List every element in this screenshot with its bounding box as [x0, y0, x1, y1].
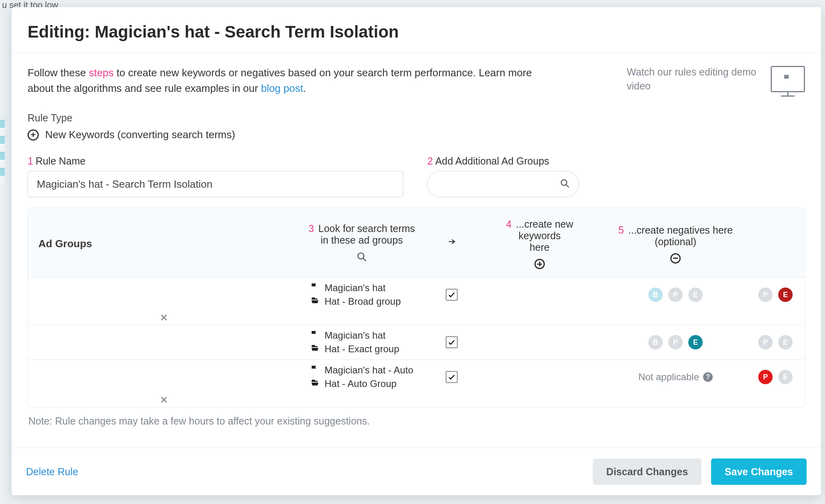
match-type-broad-badge[interactable]: B	[648, 335, 663, 349]
steps-link[interactable]: steps	[89, 67, 114, 79]
table-row: Magician's hatHat - Broad groupBPEPE	[28, 278, 805, 325]
svg-line-1	[566, 185, 569, 187]
search-terms-checkbox-cell	[424, 336, 480, 348]
not-applicable-label: Not applicable ?	[638, 371, 713, 383]
step-number-2: 2	[427, 155, 433, 167]
footer-buttons: Discard Changes Save Changes	[593, 458, 807, 485]
arrow-right-icon	[447, 237, 456, 248]
rule-type-value: New Keywords (converting search terms)	[45, 129, 235, 141]
search-terms-checkbox[interactable]	[446, 371, 458, 383]
match-type-exact-badge[interactable]: E	[688, 288, 703, 302]
blog-post-link[interactable]: blog post	[261, 82, 303, 94]
demo-video-link[interactable]: Watch our rules editing demo video	[627, 65, 805, 93]
adgroup-cell: Magician's hat - AutoHat - Auto Group	[300, 360, 424, 394]
rule-editor-modal: Editing: Magician's hat - Search Term Is…	[12, 7, 821, 495]
negative-phrase-badge[interactable]: P	[758, 288, 773, 302]
rule-name-block: 1Rule Name	[28, 155, 403, 197]
adgroup-icon	[310, 296, 319, 307]
step-number-3: 3	[309, 223, 314, 234]
match-type-phrase-badge[interactable]: P	[668, 288, 683, 302]
adgroup-line: Hat - Auto Group	[310, 378, 424, 389]
adgroup-search-wrap	[427, 171, 579, 197]
rule-type-value-row: + New Keywords (converting search terms)	[28, 129, 805, 141]
adgroup-icon	[310, 378, 319, 389]
search-icon	[560, 179, 570, 190]
remove-row-button[interactable]	[159, 312, 168, 325]
negative-exact-badge[interactable]: E	[778, 335, 793, 349]
intro-row: Follow these steps to create new keyword…	[28, 65, 805, 96]
search-terms-checkbox[interactable]	[446, 336, 458, 348]
add-adgroups-block: 2Add Additional Ad Groups	[427, 155, 579, 197]
search-terms-checkbox-cell	[424, 289, 480, 301]
discard-changes-button[interactable]: Discard Changes	[593, 458, 701, 485]
add-adgroups-label: 2Add Additional Ad Groups	[427, 155, 579, 167]
create-negatives-cell: PE	[751, 288, 799, 302]
create-keywords-cell: Not applicable ?	[600, 371, 751, 383]
rule-type-section: Rule Type + New Keywords (converting sea…	[28, 112, 805, 141]
step-number-5: 5	[618, 224, 624, 236]
svg-point-0	[561, 180, 567, 185]
grid-header: Ad Groups 3 Look for search termsin thes…	[28, 208, 805, 278]
adgroup-cell: Magician's hatHat - Broad group	[300, 278, 424, 312]
flag-icon	[310, 282, 319, 294]
negative-exact-badge[interactable]: E	[778, 370, 793, 384]
svg-line-3	[363, 258, 366, 261]
help-icon[interactable]: ?	[703, 372, 713, 382]
plus-circle-icon	[534, 259, 545, 269]
step-inputs-row: 1Rule Name 2Add Additional Ad Groups	[28, 155, 805, 197]
adgroup-icon	[310, 343, 319, 355]
col-header-create-keywords: 4 ...create new keywordshere	[480, 218, 600, 269]
delete-rule-link[interactable]: Delete Rule	[26, 466, 78, 478]
adgroup-line: Hat - Broad group	[310, 296, 424, 307]
footer-note: Note: Rule changes may take a few hours …	[28, 415, 805, 427]
intro-text: Follow these steps to create new keyword…	[28, 65, 543, 96]
create-keywords-cell: BPE	[600, 288, 751, 302]
match-type-broad-badge[interactable]: B	[648, 288, 663, 302]
add-adgroups-label-text: Add Additional Ad Groups	[435, 155, 549, 167]
col-header-adgroups: Ad Groups	[28, 238, 300, 250]
match-type-exact-badge[interactable]: E	[688, 335, 703, 349]
campaign-line: Magician's hat	[310, 282, 424, 294]
step-number-4: 4	[506, 218, 512, 230]
table-row: Magician's hat - AutoHat - Auto GroupNot…	[28, 359, 805, 407]
table-row: Magician's hatHat - Exact groupBPEPE	[28, 325, 805, 359]
modal-body: Follow these steps to create new keyword…	[12, 53, 821, 448]
adgroup-name: Hat - Exact group	[325, 343, 399, 355]
match-type-phrase-badge[interactable]: P	[668, 335, 683, 349]
create-negatives-cell: PE	[751, 370, 799, 384]
save-changes-button[interactable]: Save Changes	[711, 458, 807, 485]
intro-part1: Follow these	[28, 67, 89, 79]
search-terms-checkbox[interactable]	[446, 289, 458, 301]
campaign-name: Magician's hat	[325, 282, 386, 294]
campaign-name: Magician's hat	[325, 330, 386, 341]
modal-footer: Delete Rule Discard Changes Save Changes	[12, 448, 821, 495]
remove-row-button[interactable]	[159, 394, 168, 407]
negative-phrase-badge[interactable]: P	[758, 335, 773, 349]
intro-part3: .	[303, 82, 306, 94]
adgroup-line: Hat - Exact group	[310, 343, 424, 355]
flag-icon	[310, 365, 319, 376]
demo-video-text: Watch our rules editing demo video	[627, 65, 759, 93]
adgroup-search-input[interactable]	[427, 171, 579, 197]
rule-name-input[interactable]	[28, 171, 403, 197]
col5-line2: (optional)	[655, 236, 696, 247]
negative-phrase-badge[interactable]: P	[758, 370, 773, 384]
search-terms-checkbox-cell	[424, 371, 480, 383]
remove-row-cell	[28, 394, 300, 407]
adgroups-grid: Ad Groups 3 Look for search termsin thes…	[28, 208, 805, 407]
col4-line2: here	[530, 242, 550, 253]
flag-icon	[310, 330, 319, 341]
negative-exact-badge[interactable]: E	[778, 288, 793, 302]
modal-title: Editing: Magician's hat - Search Term Is…	[28, 22, 805, 42]
plus-circle-icon: +	[28, 129, 39, 141]
campaign-line: Magician's hat - Auto	[310, 365, 424, 376]
col5-line1: ...create negatives here	[628, 224, 733, 236]
adgroup-name: Hat - Broad group	[325, 296, 401, 307]
backdrop-decoration	[0, 120, 5, 184]
rule-name-label: 1Rule Name	[28, 155, 403, 167]
remove-row-cell	[28, 312, 300, 325]
search-icon	[357, 252, 367, 265]
rule-name-label-text: Rule Name	[36, 155, 86, 167]
rule-type-label: Rule Type	[28, 112, 805, 124]
campaign-line: Magician's hat	[310, 330, 424, 341]
